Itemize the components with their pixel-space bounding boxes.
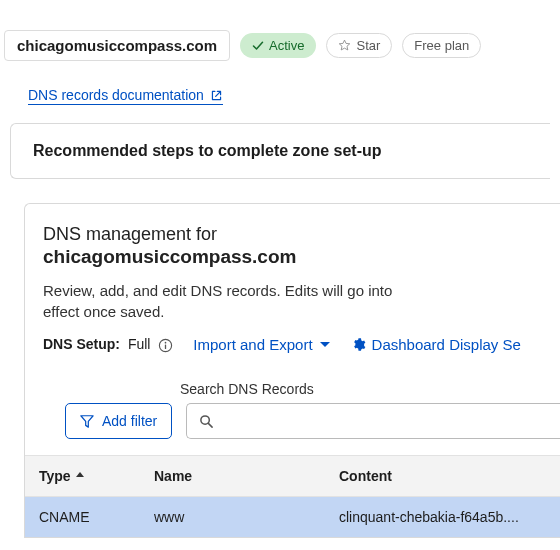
status-label: Active [269, 38, 304, 53]
dns-management-panel: DNS management for chicagomusiccompass.c… [24, 203, 560, 538]
dns-docs-link[interactable]: DNS records documentation [28, 87, 223, 105]
dns-setup-label: DNS Setup: [43, 336, 120, 352]
info-icon[interactable] [158, 338, 173, 353]
dashboard-display-label: Dashboard Display Se [372, 336, 521, 353]
cell-name: www [154, 509, 339, 525]
domain-badge[interactable]: chicagomusiccompass.com [4, 30, 230, 61]
star-button[interactable]: Star [326, 33, 392, 58]
external-link-icon [210, 89, 223, 102]
dns-description: Review, add, and edit DNS records. Edits… [43, 280, 423, 322]
dns-setup: DNS Setup: Full [43, 336, 173, 353]
dns-title-domain: chicagomusiccompass.com [43, 246, 542, 268]
dashboard-display-link[interactable]: Dashboard Display Se [351, 336, 521, 353]
dns-title-prefix: DNS management for [43, 224, 542, 245]
status-pill: Active [240, 33, 316, 58]
setup-steps-panel[interactable]: Recommended steps to complete zone set-u… [10, 123, 550, 179]
search-icon [199, 414, 214, 429]
search-label: Search DNS Records [25, 371, 560, 403]
check-icon [252, 40, 264, 52]
column-header-name[interactable]: Name [154, 468, 339, 484]
caret-down-icon [319, 339, 331, 351]
import-export-link[interactable]: Import and Export [193, 336, 330, 353]
star-icon [338, 39, 351, 52]
cell-content: clinquant-chebakia-f64a5b.... [339, 509, 546, 525]
filter-icon [80, 414, 94, 428]
table-row[interactable]: CNAME www clinquant-chebakia-f64a5b.... [25, 497, 560, 537]
dns-setup-value: Full [128, 336, 151, 352]
add-filter-label: Add filter [102, 413, 157, 429]
column-header-type-label: Type [39, 468, 71, 484]
search-input[interactable] [214, 413, 548, 429]
svg-point-1 [165, 342, 167, 344]
add-filter-button[interactable]: Add filter [65, 403, 172, 439]
search-box[interactable] [186, 403, 560, 439]
plan-pill: Free plan [402, 33, 481, 58]
column-header-content[interactable]: Content [339, 468, 546, 484]
column-header-type[interactable]: Type [39, 468, 154, 484]
import-export-label: Import and Export [193, 336, 312, 353]
cell-type: CNAME [39, 509, 154, 525]
sort-asc-icon [75, 471, 85, 481]
dns-docs-label: DNS records documentation [28, 87, 204, 103]
page-header: chicagomusiccompass.com Active Star Free… [0, 0, 560, 71]
star-label: Star [356, 38, 380, 53]
table-header: Type Name Content [25, 455, 560, 497]
setup-steps-title: Recommended steps to complete zone set-u… [33, 142, 528, 160]
gear-icon [351, 337, 366, 352]
svg-rect-2 [165, 344, 166, 349]
